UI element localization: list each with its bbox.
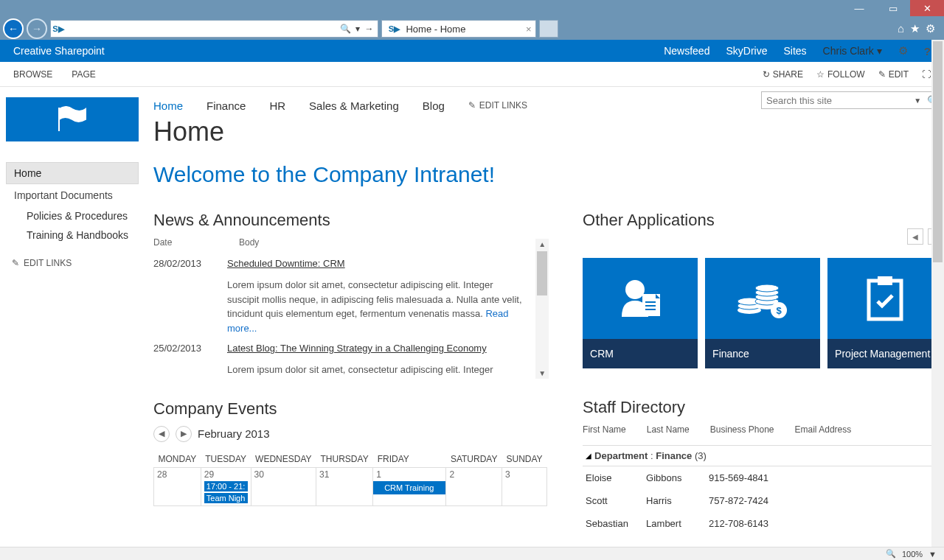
follow-button[interactable]: ☆FOLLOW xyxy=(816,69,865,80)
tab-close-icon[interactable]: × xyxy=(526,24,532,35)
svg-point-0 xyxy=(625,280,645,299)
tools-icon[interactable]: ⚙ xyxy=(926,22,935,35)
topnav-edit-links[interactable]: ✎EDIT LINKS xyxy=(468,100,527,111)
news-scrollbar[interactable]: ▲ ▼ xyxy=(535,239,549,379)
cal-cell[interactable]: 29 17:00 - 21: Team Nigh xyxy=(201,467,251,505)
sharepoint-icon: S▶ xyxy=(51,24,66,34)
help-icon[interactable]: ? xyxy=(924,45,931,57)
zoom-dropdown-icon[interactable]: ▼ xyxy=(929,550,937,559)
edit-links-button[interactable]: ✎EDIT LINKS xyxy=(6,258,139,268)
news-date: 25/02/2013 xyxy=(153,343,211,377)
user-menu[interactable]: Chris Clark▾ xyxy=(823,45,882,57)
suite-link-skydrive[interactable]: SkyDrive xyxy=(726,45,767,57)
staff-heading: Staff Directory xyxy=(583,398,944,417)
suite-link-newsfeed[interactable]: Newsfeed xyxy=(664,45,709,57)
staff-row[interactable]: ScottHarris757-872-7424 xyxy=(583,489,944,512)
edit-button[interactable]: ✎EDIT xyxy=(878,69,909,80)
nav-item-important-documents[interactable]: Important Documents xyxy=(6,184,139,206)
nav-item-home[interactable]: Home xyxy=(6,162,139,184)
address-input[interactable] xyxy=(66,24,336,35)
cal-event[interactable]: 17:00 - 21: xyxy=(204,481,248,491)
suite-link-sites[interactable]: Sites xyxy=(783,45,806,57)
svg-rect-15 xyxy=(869,281,901,319)
site-logo[interactable] xyxy=(6,97,139,141)
news-excerpt: Lorem ipsum dolor sit amet, consectetur … xyxy=(227,278,525,335)
topnav-blog[interactable]: Blog xyxy=(423,99,445,112)
nav-sub-policies[interactable]: Policies & Procedures xyxy=(6,206,139,225)
news-title-link[interactable]: Latest Blog: The Winning Strategy in a C… xyxy=(227,343,525,354)
forward-button[interactable]: → xyxy=(27,18,47,39)
cal-prev-icon[interactable]: ◀ xyxy=(153,426,170,442)
tile-label: Finance xyxy=(705,339,820,368)
back-button[interactable]: ← xyxy=(3,18,24,39)
favorites-icon[interactable]: ★ xyxy=(910,22,920,35)
minimize-button[interactable]: — xyxy=(842,0,876,16)
settings-gear-icon[interactable]: ⚙ xyxy=(898,44,908,57)
apps-heading: Other Applications xyxy=(583,211,944,230)
cal-cell[interactable]: 1 CRM Training xyxy=(373,467,446,505)
home-icon[interactable]: ⌂ xyxy=(898,22,904,35)
sync-icon: ↻ xyxy=(763,69,770,80)
maximize-button[interactable]: ▭ xyxy=(876,0,910,16)
focus-icon[interactable]: ⛶ xyxy=(922,69,931,80)
page-content: Home Important Documents Policies & Proc… xyxy=(0,87,944,547)
tile-crm[interactable]: CRM xyxy=(583,258,698,368)
pencil-icon: ✎ xyxy=(468,100,476,111)
user-name-label: Chris Clark xyxy=(823,45,874,57)
events-heading: Company Events xyxy=(153,399,547,419)
new-tab-button[interactable] xyxy=(539,20,558,38)
page-scroll-thumb[interactable] xyxy=(933,41,943,262)
scroll-up-icon[interactable]: ▲ xyxy=(537,239,547,250)
scroll-thumb[interactable] xyxy=(537,251,547,295)
address-bar[interactable]: S▶ 🔍 ▾ → xyxy=(50,20,378,38)
search-icon[interactable]: 🔍 xyxy=(340,24,351,34)
svg-rect-3 xyxy=(645,305,656,307)
cal-cell[interactable]: 31 xyxy=(316,467,373,505)
cal-event[interactable]: CRM Training xyxy=(372,481,445,494)
page-scrollbar[interactable] xyxy=(931,40,944,547)
tile-finance[interactable]: $ Finance xyxy=(705,258,820,368)
dropdown-icon[interactable]: ▾ xyxy=(355,24,360,34)
cal-cell[interactable]: 30 xyxy=(251,467,316,505)
zoom-icon[interactable]: 🔍 xyxy=(886,549,896,559)
zoom-level: 100% xyxy=(902,550,923,559)
cal-cell[interactable]: 2 xyxy=(446,467,502,505)
close-button[interactable]: ✕ xyxy=(910,0,944,16)
news-col-date: Date xyxy=(153,237,211,248)
topnav-finance[interactable]: Finance xyxy=(206,99,246,112)
clipboard-icon xyxy=(863,275,907,322)
staff-group[interactable]: ◢ Department : Finance (3) xyxy=(583,445,944,466)
share-button[interactable]: ↻SHARE xyxy=(763,69,803,80)
topnav-home[interactable]: Home xyxy=(153,99,183,112)
staff-row[interactable]: EloiseGibbons915-569-4841 xyxy=(583,466,944,489)
ribbon-tab-browse[interactable]: BROWSE xyxy=(13,69,52,80)
news-title-link[interactable]: Scheduled Downtime: CRM xyxy=(227,258,525,269)
cal-cell[interactable]: 28 xyxy=(154,467,201,505)
pager-prev-icon[interactable]: ◀ xyxy=(907,228,923,245)
news-heading: News & Announcements xyxy=(153,211,547,230)
news-list: Date Body 28/02/2013 Scheduled Downtime:… xyxy=(153,234,547,377)
scroll-down-icon[interactable]: ▼ xyxy=(537,368,547,379)
topnav-hr[interactable]: HR xyxy=(269,99,285,112)
go-icon[interactable]: → xyxy=(364,24,373,34)
pencil-icon: ✎ xyxy=(12,258,19,268)
search-box[interactable]: Search this site ▼ 🔍 xyxy=(761,91,944,109)
cal-cell[interactable]: 3 xyxy=(502,467,546,505)
cal-event[interactable]: Team Nigh xyxy=(204,493,248,503)
nav-sub-training[interactable]: Training & Handbooks xyxy=(6,225,139,245)
apps-pager: ◀ ▶ xyxy=(583,228,944,245)
left-column: Home Important Documents Policies & Proc… xyxy=(0,87,145,547)
staff-row[interactable]: SebastianLambert212-708-6143 xyxy=(583,512,944,535)
collapse-icon[interactable]: ◢ xyxy=(586,452,591,460)
tile-label: CRM xyxy=(583,339,698,368)
sharepoint-icon: S▶ xyxy=(386,24,401,34)
news-col-body: Body xyxy=(239,237,259,248)
news-row: 25/02/2013 Latest Blog: The Winning Stra… xyxy=(153,335,547,377)
flag-icon xyxy=(55,106,90,133)
tile-project[interactable]: Project Management xyxy=(827,258,943,368)
ribbon-tab-page[interactable]: PAGE xyxy=(72,69,95,80)
browser-tab[interactable]: S▶ Home - Home × xyxy=(381,20,536,38)
search-dropdown-icon[interactable]: ▼ xyxy=(914,97,921,105)
cal-next-icon[interactable]: ▶ xyxy=(176,426,192,442)
topnav-sales[interactable]: Sales & Marketing xyxy=(309,99,399,112)
